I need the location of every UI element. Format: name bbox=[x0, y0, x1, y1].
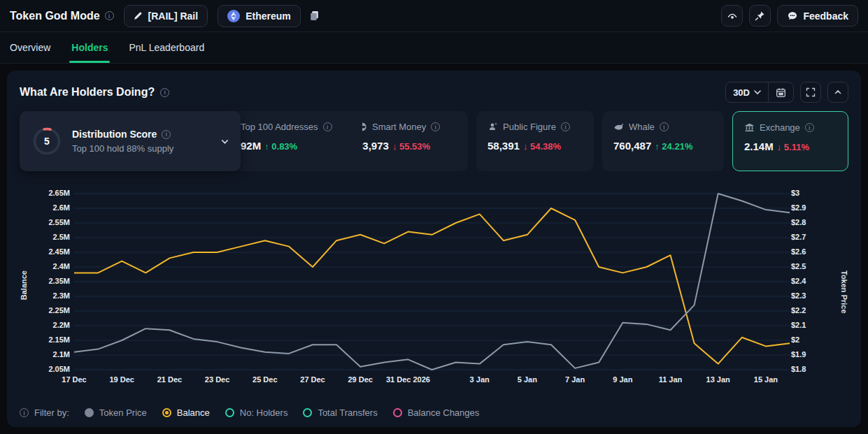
axis-tick: 2.15M bbox=[48, 335, 70, 344]
total-transfers-ring-icon bbox=[303, 408, 312, 417]
card-value: 92M bbox=[241, 140, 261, 152]
axis-tick: $2.5 bbox=[791, 262, 806, 270]
time-range-dropdown[interactable]: 30D bbox=[726, 87, 768, 98]
time-range-value: 30D bbox=[733, 87, 750, 98]
info-icon[interactable] bbox=[160, 88, 169, 97]
page-tabs: Overview Holders PnL Leaderboard bbox=[0, 32, 868, 64]
chevron-down-icon[interactable] bbox=[220, 137, 229, 146]
network-selector-label: Ethereum bbox=[246, 10, 291, 22]
tab-pnl-leaderboard[interactable]: PnL Leaderboard bbox=[129, 32, 204, 63]
card-smart-money[interactable]: Smart Money 93,973↓ 55.53% bbox=[346, 111, 468, 171]
info-icon[interactable] bbox=[660, 122, 669, 131]
axis-tick: $2.3 bbox=[791, 291, 806, 300]
axis-tick: 2.45M bbox=[48, 247, 70, 256]
x-axis-tick: 25 Dec bbox=[252, 375, 277, 384]
tab-holders[interactable]: Holders bbox=[71, 32, 108, 63]
filter-balance-changes[interactable]: Balance Changes bbox=[393, 407, 480, 418]
filter-total-transfers[interactable]: Total Transfers bbox=[303, 407, 377, 418]
panel-title: What Are Holders Doing? bbox=[20, 86, 169, 99]
public-figure-icon bbox=[488, 122, 498, 132]
info-icon[interactable] bbox=[431, 122, 440, 131]
card-value: 760,487 bbox=[613, 140, 651, 152]
card-change: ↓ 5.11% bbox=[777, 142, 809, 152]
axis-tick: 2.4M bbox=[53, 262, 70, 270]
collapse-button[interactable] bbox=[827, 82, 848, 103]
axis-tick: $1.8 bbox=[791, 365, 806, 373]
calendar-button[interactable] bbox=[769, 87, 793, 98]
token-price-dot-icon bbox=[85, 408, 94, 417]
filter-legend: Filter by: Token Price Balance No: Holde… bbox=[20, 407, 848, 418]
info-icon[interactable] bbox=[20, 408, 29, 417]
filter-token-price[interactable]: Token Price bbox=[85, 407, 147, 418]
distribution-score-value: 5 bbox=[31, 125, 63, 157]
caret-down-icon bbox=[754, 90, 761, 95]
pin-button[interactable] bbox=[749, 5, 771, 27]
app-title: Token God Mode bbox=[10, 10, 114, 22]
x-axis-tick: 27 Dec bbox=[300, 375, 325, 384]
axis-tick: $1.9 bbox=[791, 350, 806, 359]
axis-tick: 2.05M bbox=[48, 365, 70, 373]
panel-controls: 30D bbox=[725, 82, 848, 103]
info-icon[interactable] bbox=[105, 11, 114, 20]
x-axis-tick: 21 Dec bbox=[157, 375, 182, 384]
axis-tick: 2.35M bbox=[48, 277, 70, 285]
ethereum-icon bbox=[227, 10, 240, 22]
watchlist-button[interactable] bbox=[721, 5, 743, 27]
holders-chart: Balance 2.65M2.6M2.55M2.5M2.45M2.4M2.35M… bbox=[20, 188, 848, 389]
topbar-actions: Feedback bbox=[721, 5, 858, 27]
x-axis-tick: 11 Jan bbox=[659, 375, 683, 384]
card-value: 2.14M bbox=[744, 140, 774, 152]
info-icon[interactable] bbox=[323, 122, 332, 131]
axis-tick: $2.8 bbox=[791, 218, 806, 226]
card-whale[interactable]: Whale 760,487↑ 24.21% bbox=[602, 111, 724, 171]
card-top100-addresses[interactable]: Top 100 Addresses 92M↑ 0.83% bbox=[229, 111, 362, 171]
distribution-score-subtitle: Top 100 hold 88% supply bbox=[72, 143, 173, 154]
x-axis-tick: 5 Jan bbox=[518, 375, 537, 384]
chat-icon bbox=[787, 10, 798, 22]
axis-tick: $2.6 bbox=[791, 247, 806, 256]
panel-header: What Are Holders Doing? 30D bbox=[20, 82, 848, 103]
balance-changes-ring-icon bbox=[393, 408, 402, 417]
x-axis-tick: 13 Jan bbox=[706, 375, 730, 384]
x-axis-tick: 19 Dec bbox=[109, 375, 134, 384]
no-holders-ring-icon bbox=[225, 408, 234, 417]
tab-overview[interactable]: Overview bbox=[10, 32, 50, 63]
axis-tick: $2 bbox=[791, 335, 799, 344]
axis-tick: 2.25M bbox=[48, 306, 70, 314]
token-selector-button[interactable]: [RAIL] Rail bbox=[124, 5, 208, 27]
chart-plot-area[interactable] bbox=[74, 188, 790, 371]
card-exchange-selected[interactable]: Exchange 2.14M↓ 5.11% bbox=[732, 111, 848, 171]
x-axis-tick: 23 Dec bbox=[205, 375, 229, 384]
axis-tick: $2.1 bbox=[791, 321, 806, 329]
filter-balance[interactable]: Balance bbox=[162, 407, 210, 418]
balance-radio-icon bbox=[162, 408, 171, 417]
distribution-score-text: Distribution Score Top 100 hold 88% supp… bbox=[72, 129, 173, 154]
x-axis-tick: 29 Dec bbox=[348, 375, 372, 384]
axis-tick: 2.6M bbox=[53, 203, 70, 212]
card-change: ↓ 54.38% bbox=[523, 141, 561, 152]
y-axis-ticks-right: $3$2.9$2.8$2.7$2.6$2.5$2.4$2.3$2.2$2.1$2… bbox=[791, 188, 830, 371]
info-icon[interactable] bbox=[805, 123, 814, 132]
y-axis-title-token-price: Token Price bbox=[840, 270, 848, 314]
calendar-icon bbox=[776, 87, 786, 98]
axis-tick: 2.5M bbox=[53, 233, 70, 241]
filter-no-holders[interactable]: No: Holders bbox=[225, 407, 288, 418]
info-icon[interactable] bbox=[162, 130, 171, 139]
card-public-figure[interactable]: Public Figure 58,391↓ 54.38% bbox=[476, 111, 594, 171]
copy-icon[interactable] bbox=[309, 10, 320, 21]
axis-tick: $2.2 bbox=[791, 306, 806, 314]
app-title-text: Token God Mode bbox=[10, 10, 100, 22]
x-axis-tick: 3 Jan bbox=[470, 375, 490, 384]
filter-by-label: Filter by: bbox=[20, 407, 69, 418]
distribution-score-gauge: 5 bbox=[31, 125, 63, 157]
feedback-button[interactable]: Feedback bbox=[777, 5, 858, 27]
whale-icon bbox=[613, 122, 624, 132]
network-selector-button[interactable]: Ethereum bbox=[218, 5, 301, 27]
x-axis-tick: 9 Jan bbox=[613, 375, 632, 384]
fullscreen-button[interactable] bbox=[800, 82, 821, 103]
pencil-icon bbox=[134, 11, 143, 20]
chart-svg bbox=[74, 188, 790, 371]
axis-tick: 2.3M bbox=[53, 291, 70, 300]
info-icon[interactable] bbox=[561, 122, 570, 131]
card-distribution-score[interactable]: 5 Distribution Score Top 100 hold 88% su… bbox=[20, 111, 241, 171]
